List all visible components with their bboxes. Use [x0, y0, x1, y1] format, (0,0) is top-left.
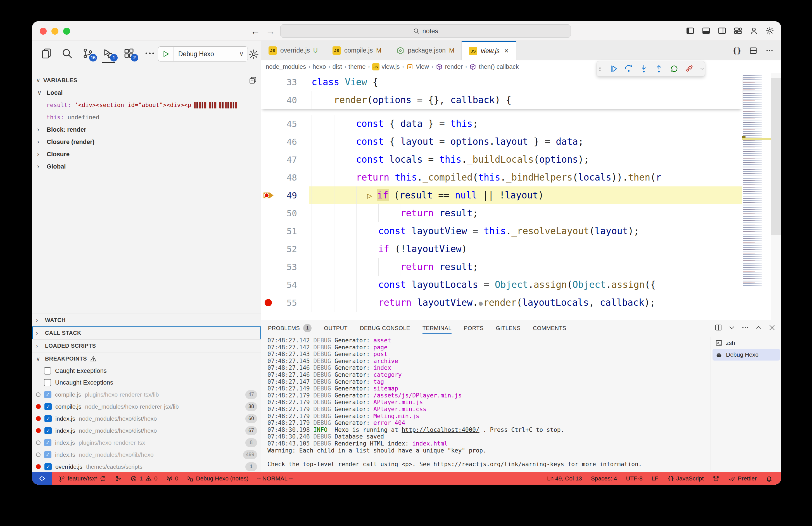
debug-step-into-button[interactable]	[639, 64, 649, 73]
variable-row[interactable]: this: undefined	[46, 111, 261, 124]
terminal-link[interactable]: http://localhost:4000/	[402, 427, 479, 433]
breadcrumb-item[interactable]: View	[406, 63, 429, 70]
breadcrumb-item[interactable]: hexo	[313, 63, 326, 70]
checkbox-checked-icon[interactable]: ✓	[44, 415, 52, 422]
titlebar-layout-panel-button[interactable]	[701, 26, 711, 35]
tab-override-js[interactable]: JSoverride.jsU	[261, 41, 325, 60]
breadcrumb-item[interactable]: render	[436, 63, 463, 70]
breadcrumb-item[interactable]: JSview.js	[372, 63, 400, 70]
titlebar-layout-sidebar-right-button[interactable]	[717, 26, 726, 35]
titlebar-layout-grid-button[interactable]	[734, 26, 742, 35]
terminal-output[interactable]: 07:48:27.142 DEBUG Generator: asset07:48…	[267, 337, 708, 471]
eol[interactable]: LF	[652, 475, 658, 482]
vim-mode-status[interactable]: -- NORMAL --	[257, 475, 293, 482]
debug-session-status[interactable]: Debug Hexo (notes)	[187, 475, 248, 482]
problems-status[interactable]: 10	[130, 475, 157, 482]
panel-tab-problems[interactable]: PROBLEMS1	[268, 320, 311, 336]
breadcrumb-item[interactable]: then() callback	[469, 63, 519, 70]
debug-settings-gear[interactable]	[248, 48, 259, 60]
variables-scope-closure-render-[interactable]: ›Closure (render)	[32, 136, 261, 148]
search-activity-button[interactable]	[61, 47, 73, 59]
tab-package-json[interactable]: package.jsonM	[389, 41, 462, 60]
scrollbar-slider[interactable]	[771, 78, 781, 235]
checkbox-unchecked-icon[interactable]	[44, 367, 51, 374]
checkbox-checked-icon[interactable]: ✓	[44, 427, 52, 434]
panel-action-chevron-up[interactable]	[755, 324, 763, 331]
breakpoint-item[interactable]: ✓index.jsnode_modules/hexo/dist/hexo60	[32, 413, 261, 425]
breakpoint-item[interactable]: ✓compile.jsplugins/hexo-renderer-tsx/lib…	[32, 388, 261, 400]
debug-config-select[interactable]: Debug Hexo ∨	[158, 46, 248, 61]
panel-tab-comments[interactable]: COMMENTS	[533, 320, 566, 336]
breadcrumb-item[interactable]: theme	[348, 63, 365, 70]
titlebar-account-button[interactable]	[750, 26, 758, 35]
ports-status[interactable]: 0	[166, 475, 178, 482]
minimize-window-button[interactable]	[52, 28, 58, 35]
breakpoint-item[interactable]: ✓index.tsnode_modules/hexo/lib/hexo499	[32, 449, 261, 460]
panel-tab-debug-console[interactable]: DEBUG CONSOLE	[360, 320, 410, 336]
braces-icon[interactable]: {}	[733, 46, 741, 55]
watch-section-header[interactable]: ›WATCH	[32, 314, 261, 326]
variables-scope-closure[interactable]: ›Closure	[32, 148, 261, 160]
terminal-list-item-debug-hexo[interactable]: Debug Hexo	[712, 349, 780, 360]
panel-tab-gitlens[interactable]: GITLENS	[496, 320, 521, 336]
more-activity-button[interactable]	[144, 47, 156, 59]
breadcrumb-item[interactable]: node_modules	[266, 63, 306, 70]
debug-step-out-button[interactable]	[654, 64, 664, 73]
tab-compile-js[interactable]: JScompile.jsM	[325, 41, 389, 60]
extensions-activity-button[interactable]: 2	[123, 47, 135, 59]
checkbox-checked-icon[interactable]: ✓	[44, 451, 52, 458]
breakpoint-item[interactable]: ✓index.jsplugins/hexo-renderer-tsx8	[32, 437, 261, 449]
panel-action-more[interactable]	[741, 324, 749, 331]
panel-tab-terminal[interactable]: TERMINAL	[422, 320, 451, 336]
collapse-all-icon[interactable]	[249, 76, 257, 84]
zoom-window-button[interactable]	[63, 28, 70, 35]
panel-tab-ports[interactable]: PORTS	[464, 320, 484, 336]
encoding[interactable]: UTF-8	[626, 475, 643, 482]
breakpoint-hit-icon[interactable]	[263, 191, 274, 200]
terminal-list-item-zsh[interactable]: zsh	[712, 337, 780, 349]
checkbox-checked-icon[interactable]: ✓	[44, 439, 52, 446]
exception-toggle[interactable]: Uncaught Exceptions	[32, 377, 261, 388]
checkbox-checked-icon[interactable]: ✓	[44, 391, 52, 398]
variables-section-header[interactable]: ∨ VARIABLES	[32, 74, 261, 86]
variables-scope-block-render[interactable]: ›Block: render	[32, 124, 261, 136]
panel-action-close[interactable]	[768, 324, 776, 331]
panel-action-split-panel[interactable]	[714, 324, 722, 331]
nav-forward-button[interactable]: →	[265, 25, 276, 37]
editor-action-more[interactable]	[765, 46, 774, 55]
breakpoints-section-header[interactable]: ∨BREAKPOINTS	[32, 352, 261, 365]
checkbox-checked-icon[interactable]: ✓	[44, 403, 52, 410]
loaded-scripts-section-header[interactable]: ›LOADED SCRIPTS	[32, 339, 261, 352]
close-tab-icon[interactable]: ×	[504, 46, 509, 55]
breakpoint-gutter[interactable]	[263, 298, 273, 307]
variables-scope-local[interactable]: ∨Local	[32, 87, 261, 99]
debug-continue-button[interactable]	[609, 64, 618, 73]
breadcrumb-item[interactable]: dist	[333, 63, 342, 70]
minimap[interactable]	[742, 73, 771, 320]
notifications[interactable]	[766, 475, 773, 482]
remote-indicator[interactable]	[32, 472, 52, 485]
call-stack-section-header[interactable]: ›CALL STACK	[32, 326, 261, 339]
explorer-activity-button[interactable]	[41, 47, 52, 59]
editor-scrollbar[interactable]	[771, 73, 781, 320]
git-graph-status[interactable]	[115, 475, 122, 482]
variables-scope-global[interactable]: ›Global	[32, 160, 261, 173]
exception-toggle[interactable]: Caught Exceptions	[32, 365, 261, 377]
debug-disconnect-button[interactable]	[684, 64, 694, 73]
panel-tab-output[interactable]: OUTPUT	[324, 320, 348, 336]
command-center-search[interactable]: notes	[280, 24, 571, 38]
breakpoint-hit-gutter[interactable]	[263, 191, 273, 200]
debug-step-over-button[interactable]	[624, 64, 634, 73]
checkbox-checked-icon[interactable]: ✓	[44, 463, 52, 470]
source-control-activity-button[interactable]: 16	[82, 47, 93, 59]
panel-action-chevron-down[interactable]	[728, 324, 736, 331]
start-debug-icon[interactable]	[158, 47, 174, 61]
breakpoint-icon[interactable]	[265, 299, 272, 306]
run-debug-activity-button[interactable]: 1	[103, 47, 114, 59]
cursor-position[interactable]: Ln 49, Col 13	[547, 475, 582, 482]
code-editor[interactable]: 45const { data } = this;46const { layout…	[261, 73, 781, 320]
formatter-status[interactable]: Prettier	[728, 475, 757, 482]
editor-action-split-editor[interactable]	[749, 46, 757, 55]
nav-back-button[interactable]: ←	[249, 25, 261, 37]
debug-restart-button[interactable]	[669, 64, 679, 73]
